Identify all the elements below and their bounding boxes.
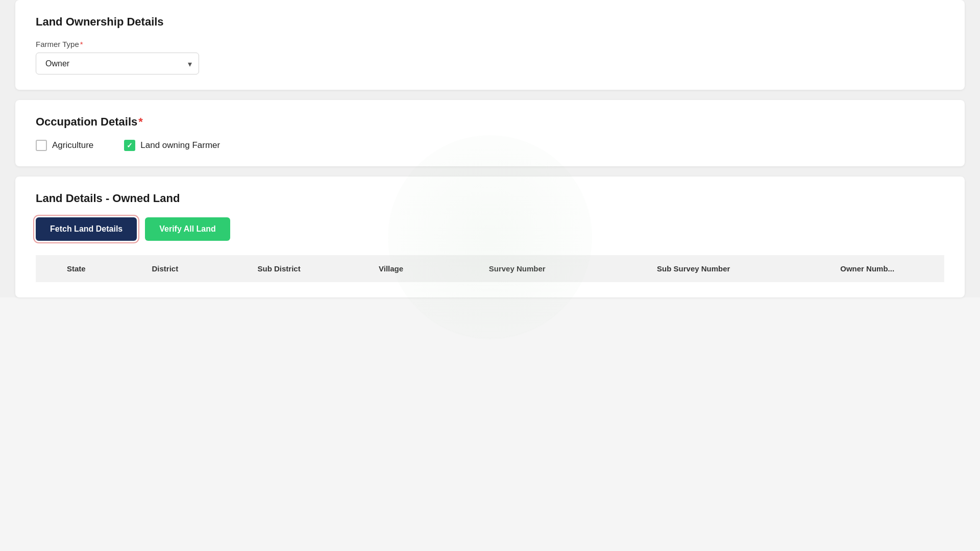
land-owning-farmer-checkbox[interactable] xyxy=(124,140,135,151)
agriculture-checkbox[interactable] xyxy=(36,140,47,151)
occupation-required-star: * xyxy=(138,115,143,128)
land-ownership-section: Land Ownership Details Farmer Type* Owne… xyxy=(15,0,965,90)
farmer-type-select[interactable]: Owner Tenant Share Cropper xyxy=(36,53,199,74)
col-sub-survey-number: Sub Survey Number xyxy=(597,255,790,282)
land-ownership-title: Land Ownership Details xyxy=(36,15,944,29)
required-star: * xyxy=(80,40,83,48)
fetch-land-details-button[interactable]: Fetch Land Details xyxy=(36,217,137,241)
land-owning-farmer-checkbox-item[interactable]: Land owning Farmer xyxy=(124,140,220,151)
agriculture-checkbox-item[interactable]: Agriculture xyxy=(36,140,93,151)
col-survey-number: Survey Number xyxy=(437,255,597,282)
col-state: State xyxy=(36,255,117,282)
occupation-checkbox-group: Agriculture Land owning Farmer xyxy=(36,140,944,151)
land-details-title: Land Details - Owned Land xyxy=(36,192,944,205)
agriculture-label: Agriculture xyxy=(52,140,93,151)
occupation-section: Occupation Details* Agriculture Land own… xyxy=(15,100,965,166)
land-details-table: State District Sub District Village Surv… xyxy=(36,255,944,282)
farmer-type-wrapper: Owner Tenant Share Cropper ▾ xyxy=(36,53,199,74)
farmer-type-label: Farmer Type* xyxy=(36,40,944,48)
col-village: Village xyxy=(345,255,437,282)
verify-all-land-button[interactable]: Verify All Land xyxy=(145,217,230,241)
col-district: District xyxy=(117,255,214,282)
table-header-row: State District Sub District Village Surv… xyxy=(36,255,944,282)
land-details-section: Land Details - Owned Land Fetch Land Det… xyxy=(15,177,965,297)
land-action-buttons: Fetch Land Details Verify All Land xyxy=(36,217,944,241)
col-owner-number: Owner Numb... xyxy=(790,255,944,282)
col-sub-district: Sub District xyxy=(213,255,345,282)
land-owning-farmer-label: Land owning Farmer xyxy=(140,140,220,151)
occupation-title: Occupation Details* xyxy=(36,115,944,129)
